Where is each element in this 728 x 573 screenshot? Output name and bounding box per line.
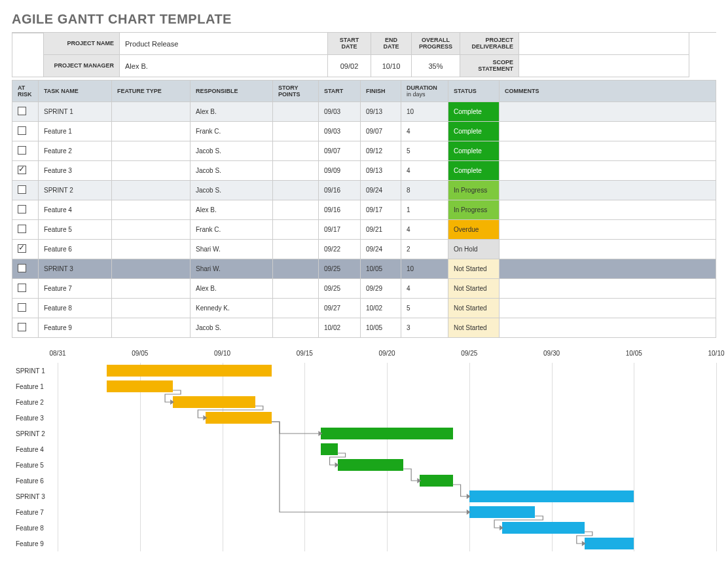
- at-risk-checkbox[interactable]: [18, 166, 26, 174]
- table-row[interactable]: Feature 8Kennedy K.09/2710/025Not Starte…: [12, 299, 716, 318]
- finish-cell[interactable]: 10/05: [361, 259, 401, 279]
- responsible-cell[interactable]: Jacob S.: [191, 161, 273, 181]
- task-name-cell[interactable]: Feature 8: [39, 299, 112, 318]
- start-cell[interactable]: 09/22: [319, 240, 361, 259]
- status-cell[interactable]: Complete: [448, 102, 500, 122]
- feature-type-cell[interactable]: [112, 279, 191, 299]
- comments-cell[interactable]: [500, 161, 716, 181]
- overall-progress-value[interactable]: 35%: [412, 55, 460, 77]
- responsible-cell[interactable]: Shari W.: [191, 259, 273, 279]
- finish-cell[interactable]: 09/24: [361, 181, 401, 200]
- responsible-cell[interactable]: Alex B.: [191, 200, 273, 220]
- at-risk-checkbox[interactable]: [18, 264, 26, 272]
- comments-cell[interactable]: [500, 220, 716, 240]
- gantt-bar[interactable]: [585, 538, 634, 549]
- gantt-bar[interactable]: [469, 490, 634, 502]
- table-row[interactable]: Feature 5Frank C.09/1709/214Overdue: [12, 220, 716, 240]
- status-cell[interactable]: Complete: [448, 141, 500, 161]
- duration-cell[interactable]: 10: [401, 259, 448, 279]
- task-name-cell[interactable]: SPRINT 2: [39, 181, 112, 200]
- table-row[interactable]: Feature 4Alex B.09/1609/171In Progress: [12, 200, 716, 220]
- comments-cell[interactable]: [500, 141, 716, 161]
- task-name-cell[interactable]: Feature 4: [39, 200, 112, 220]
- at-risk-checkbox[interactable]: [18, 185, 26, 194]
- responsible-cell[interactable]: Frank C.: [191, 220, 273, 240]
- duration-cell[interactable]: 4: [401, 220, 448, 240]
- gantt-bar[interactable]: [107, 380, 173, 392]
- comments-cell[interactable]: [500, 318, 716, 338]
- start-cell[interactable]: 09/27: [319, 299, 361, 318]
- comments-cell[interactable]: [500, 259, 716, 279]
- story-points-cell[interactable]: [273, 318, 319, 338]
- duration-cell[interactable]: 8: [401, 181, 448, 200]
- story-points-cell[interactable]: [273, 259, 319, 279]
- status-cell[interactable]: In Progress: [448, 181, 500, 200]
- start-cell[interactable]: 09/17: [319, 220, 361, 240]
- duration-cell[interactable]: 3: [401, 318, 448, 338]
- task-name-cell[interactable]: Feature 1: [39, 122, 112, 141]
- finish-cell[interactable]: 09/07: [361, 122, 401, 141]
- table-row[interactable]: SPRINT 2Jacob S.09/1609/248In Progress: [12, 181, 716, 200]
- status-cell[interactable]: Not Started: [448, 259, 500, 279]
- responsible-cell[interactable]: Frank C.: [191, 122, 273, 141]
- duration-cell[interactable]: 4: [401, 279, 448, 299]
- task-name-cell[interactable]: Feature 5: [39, 220, 112, 240]
- status-cell[interactable]: On Hold: [448, 240, 500, 259]
- finish-cell[interactable]: 09/13: [361, 161, 401, 181]
- task-name-cell[interactable]: Feature 6: [39, 240, 112, 259]
- responsible-cell[interactable]: Shari W.: [191, 240, 273, 259]
- comments-cell[interactable]: [500, 200, 716, 220]
- table-row[interactable]: Feature 7Alex B.09/2509/294Not Started: [12, 279, 716, 299]
- story-points-cell[interactable]: [273, 279, 319, 299]
- gantt-bar[interactable]: [420, 475, 452, 487]
- table-row[interactable]: SPRINT 3Shari W.09/2510/0510Not Started: [12, 259, 716, 279]
- responsible-cell[interactable]: Jacob S.: [191, 181, 273, 200]
- gantt-bar[interactable]: [173, 396, 255, 408]
- task-name-cell[interactable]: SPRINT 1: [39, 102, 112, 122]
- project-deliverable-value[interactable]: [519, 33, 689, 55]
- start-cell[interactable]: 10/02: [319, 318, 361, 338]
- gantt-bar[interactable]: [206, 412, 272, 424]
- task-name-cell[interactable]: Feature 9: [39, 318, 112, 338]
- task-name-cell[interactable]: Feature 3: [39, 161, 112, 181]
- feature-type-cell[interactable]: [112, 141, 191, 161]
- duration-cell[interactable]: 1: [401, 200, 448, 220]
- table-row[interactable]: Feature 9Jacob S.10/0210/053Not Started: [12, 318, 716, 338]
- table-row[interactable]: Feature 1Frank C.09/0309/074Complete: [12, 122, 716, 141]
- start-cell[interactable]: 09/16: [319, 181, 361, 200]
- gantt-bar[interactable]: [338, 459, 404, 471]
- at-risk-checkbox[interactable]: [18, 284, 26, 292]
- story-points-cell[interactable]: [273, 181, 319, 200]
- finish-cell[interactable]: 09/17: [361, 200, 401, 220]
- scope-statement-value[interactable]: [519, 55, 689, 77]
- story-points-cell[interactable]: [273, 240, 319, 259]
- project-manager-value[interactable]: Alex B.: [120, 55, 328, 77]
- comments-cell[interactable]: [500, 181, 716, 200]
- task-name-cell[interactable]: Feature 2: [39, 141, 112, 161]
- responsible-cell[interactable]: Alex B.: [191, 279, 273, 299]
- status-cell[interactable]: Complete: [448, 122, 500, 141]
- finish-cell[interactable]: 09/24: [361, 240, 401, 259]
- story-points-cell[interactable]: [273, 122, 319, 141]
- feature-type-cell[interactable]: [112, 200, 191, 220]
- start-cell[interactable]: 09/03: [319, 102, 361, 122]
- feature-type-cell[interactable]: [112, 220, 191, 240]
- feature-type-cell[interactable]: [112, 161, 191, 181]
- duration-cell[interactable]: 4: [401, 161, 448, 181]
- gantt-bar[interactable]: [469, 506, 536, 518]
- task-name-cell[interactable]: Feature 7: [39, 279, 112, 299]
- finish-cell[interactable]: 09/12: [361, 141, 401, 161]
- at-risk-checkbox[interactable]: [18, 225, 26, 233]
- duration-cell[interactable]: 5: [401, 141, 448, 161]
- feature-type-cell[interactable]: [112, 102, 191, 122]
- responsible-cell[interactable]: Jacob S.: [191, 318, 273, 338]
- gantt-bar[interactable]: [502, 522, 585, 534]
- feature-type-cell[interactable]: [112, 240, 191, 259]
- story-points-cell[interactable]: [273, 102, 319, 122]
- project-name-value[interactable]: Product Release: [120, 33, 328, 55]
- start-cell[interactable]: 09/25: [319, 259, 361, 279]
- comments-cell[interactable]: [500, 240, 716, 259]
- responsible-cell[interactable]: Alex B.: [191, 102, 273, 122]
- responsible-cell[interactable]: Jacob S.: [191, 141, 273, 161]
- gantt-bar[interactable]: [321, 443, 337, 455]
